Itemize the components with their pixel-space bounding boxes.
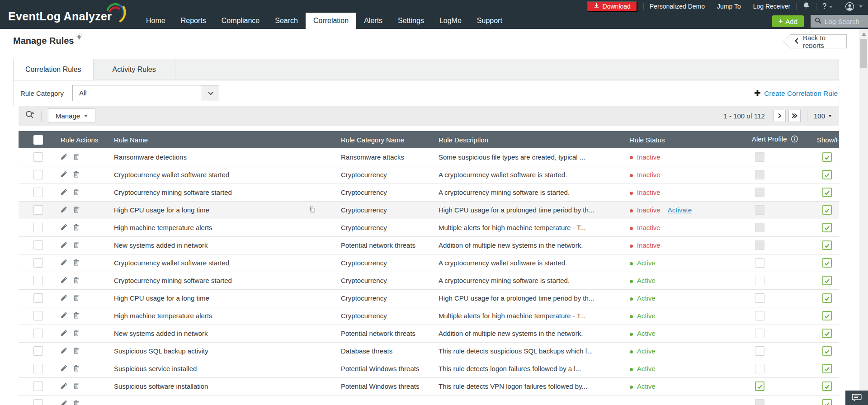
- delete-trash-icon[interactable]: [73, 294, 79, 302]
- nav-alerts[interactable]: Alerts: [356, 13, 390, 29]
- next-page-button[interactable]: [774, 110, 786, 122]
- jump-to-link[interactable]: Jump To: [717, 3, 741, 10]
- delete-trash-icon[interactable]: [73, 188, 79, 197]
- nav-settings[interactable]: Settings: [390, 13, 432, 29]
- show-hide-checkbox[interactable]: [822, 170, 832, 179]
- nav-support[interactable]: Support: [469, 13, 510, 29]
- row-select-checkbox[interactable]: [33, 223, 43, 232]
- row-select-checkbox[interactable]: [33, 399, 43, 405]
- row-select-checkbox[interactable]: [33, 170, 43, 179]
- show-hide-checkbox[interactable]: [822, 346, 832, 356]
- scroll-up-arrow-icon[interactable]: [862, 33, 866, 36]
- nav-reports[interactable]: Reports: [173, 13, 214, 29]
- nav-compliance[interactable]: Compliance: [214, 13, 267, 29]
- edit-pencil-icon[interactable]: [61, 188, 67, 197]
- row-select-checkbox[interactable]: [33, 311, 43, 320]
- show-hide-checkbox[interactable]: [822, 311, 832, 320]
- show-hide-checkbox[interactable]: [822, 152, 832, 162]
- create-correlation-rule[interactable]: Create Correlation Rule: [755, 89, 838, 98]
- alert-profile-checkbox[interactable]: [755, 364, 764, 373]
- feedback-chat-button[interactable]: [845, 391, 868, 405]
- delete-trash-icon[interactable]: [73, 259, 79, 267]
- row-select-checkbox[interactable]: [33, 329, 43, 338]
- scrollbar-thumb[interactable]: [860, 39, 867, 68]
- row-select-checkbox[interactable]: [33, 188, 43, 197]
- show-hide-checkbox[interactable]: [822, 276, 832, 285]
- delete-trash-icon[interactable]: [73, 347, 79, 355]
- edit-pencil-icon[interactable]: [61, 153, 67, 161]
- alert-profile-checkbox[interactable]: [755, 346, 764, 356]
- delete-trash-icon[interactable]: [73, 241, 79, 250]
- alert-profile-checkbox[interactable]: [755, 311, 764, 320]
- show-hide-checkbox[interactable]: [822, 240, 832, 250]
- delete-trash-icon[interactable]: [73, 153, 79, 161]
- info-icon[interactable]: [791, 135, 798, 144]
- delete-trash-icon[interactable]: [73, 312, 79, 320]
- row-select-checkbox[interactable]: [33, 205, 43, 215]
- row-select-checkbox[interactable]: [33, 381, 43, 391]
- show-hide-checkbox[interactable]: [822, 381, 832, 391]
- row-select-checkbox[interactable]: [33, 346, 43, 356]
- delete-trash-icon[interactable]: [73, 365, 79, 373]
- edit-pencil-icon[interactable]: [61, 241, 67, 250]
- manage-button[interactable]: Manage: [48, 108, 95, 123]
- row-select-checkbox[interactable]: [33, 258, 43, 268]
- delete-trash-icon[interactable]: [73, 171, 79, 179]
- alert-profile-checkbox[interactable]: [755, 276, 764, 285]
- edit-pencil-icon[interactable]: [61, 294, 67, 302]
- back-to-reports-button[interactable]: Back to reports: [783, 34, 847, 48]
- row-select-checkbox[interactable]: [33, 293, 43, 303]
- show-hide-checkbox[interactable]: [822, 205, 832, 215]
- show-hide-checkbox[interactable]: [822, 223, 832, 232]
- delete-trash-icon[interactable]: [73, 382, 79, 391]
- user-account-menu[interactable]: [845, 2, 863, 11]
- alert-profile-checkbox[interactable]: [755, 381, 764, 391]
- app-logo[interactable]: EventLog Analyzer: [8, 10, 112, 23]
- show-hide-checkbox[interactable]: [822, 188, 832, 197]
- nav-logme[interactable]: LogMe: [432, 13, 469, 29]
- show-hide-checkbox[interactable]: [822, 329, 832, 338]
- edit-pencil-icon[interactable]: [61, 259, 67, 267]
- show-hide-checkbox[interactable]: [822, 293, 832, 303]
- vertical-scrollbar[interactable]: [859, 29, 868, 405]
- nav-correlation[interactable]: Correlation: [306, 13, 356, 29]
- show-hide-checkbox[interactable]: [822, 399, 832, 405]
- edit-pencil-icon[interactable]: [61, 330, 67, 338]
- row-select-checkbox[interactable]: [33, 364, 43, 373]
- select-dropdown-button[interactable]: [202, 85, 219, 101]
- alert-profile-checkbox[interactable]: [755, 258, 764, 268]
- edit-pencil-icon[interactable]: [61, 224, 67, 232]
- activate-link[interactable]: Activate: [668, 206, 692, 214]
- last-page-button[interactable]: [788, 110, 801, 122]
- edit-pencil-icon[interactable]: [61, 312, 67, 320]
- tab-correlation-rules[interactable]: Correlation Rules: [14, 59, 94, 80]
- edit-pencil-icon[interactable]: [61, 206, 67, 214]
- add-button[interactable]: + Add: [772, 15, 804, 27]
- row-select-checkbox[interactable]: [33, 240, 43, 250]
- show-hide-checkbox[interactable]: [822, 364, 832, 373]
- edit-pencil-icon[interactable]: [61, 400, 67, 405]
- delete-trash-icon[interactable]: [73, 206, 79, 214]
- copy-icon[interactable]: [309, 206, 315, 214]
- row-select-checkbox[interactable]: [33, 276, 43, 285]
- personalized-demo-link[interactable]: Personalized Demo: [650, 3, 705, 10]
- search-filter-icon[interactable]: [25, 110, 35, 122]
- help-menu[interactable]: ?: [822, 2, 833, 10]
- edit-pencil-icon[interactable]: [61, 277, 67, 285]
- edit-pencil-icon[interactable]: [61, 171, 67, 179]
- delete-trash-icon[interactable]: [73, 330, 79, 338]
- edit-pencil-icon[interactable]: [61, 347, 67, 355]
- alert-profile-checkbox[interactable]: [755, 329, 764, 338]
- delete-trash-icon[interactable]: [73, 277, 79, 285]
- log-receiver-link[interactable]: Log Receiver: [753, 3, 791, 10]
- nav-home[interactable]: Home: [138, 13, 173, 29]
- select-all-checkbox[interactable]: [33, 135, 43, 145]
- nav-search[interactable]: Search: [267, 13, 306, 29]
- delete-trash-icon[interactable]: [73, 224, 79, 232]
- delete-trash-icon[interactable]: [73, 400, 79, 405]
- rule-category-select[interactable]: All: [72, 85, 219, 101]
- download-button[interactable]: Download: [587, 1, 637, 12]
- page-size-select[interactable]: 100: [814, 112, 832, 120]
- notifications-bell-icon[interactable]: [802, 2, 810, 11]
- lightbulb-icon[interactable]: [75, 33, 84, 43]
